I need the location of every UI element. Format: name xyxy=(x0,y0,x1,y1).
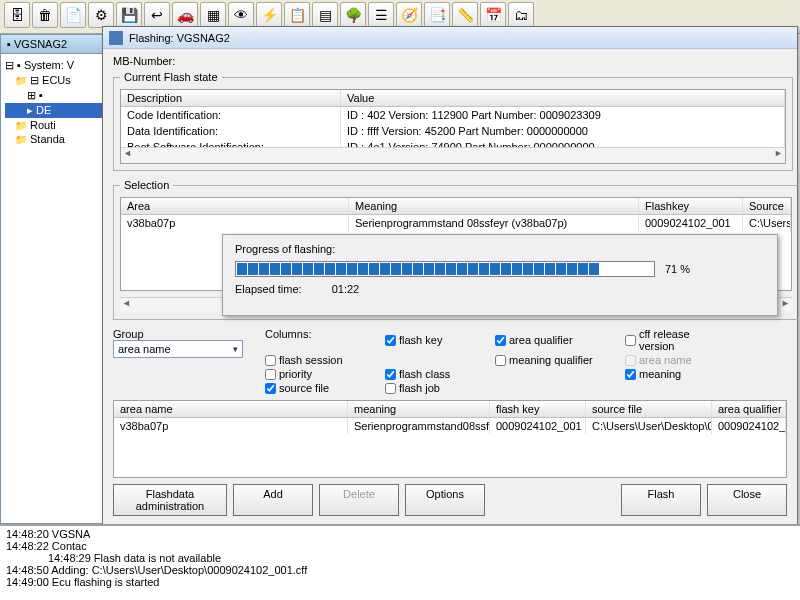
tree-item[interactable]: Routi xyxy=(5,118,103,132)
check-area-name: area name xyxy=(625,354,725,366)
col-header[interactable]: Source xyxy=(743,198,791,214)
check-meaning-qualifier[interactable]: meaning qualifier xyxy=(495,354,615,366)
check-priority[interactable]: priority xyxy=(265,368,375,380)
col-header[interactable]: Meaning xyxy=(349,198,639,214)
col-header[interactable]: area qualifier xyxy=(712,401,786,417)
progress-bar xyxy=(235,261,655,277)
table-row[interactable]: Code Identification:ID : 402 Version: 11… xyxy=(121,107,785,123)
toolbar-button[interactable]: ⚙ xyxy=(88,2,114,28)
dialog-title: Flashing: VGSNAG2 xyxy=(129,32,230,44)
log-line: 14:48:29 Flash data is not available xyxy=(6,552,794,564)
log-line: 14:49:00 Ecu flashing is started xyxy=(6,576,794,588)
col-header[interactable]: meaning xyxy=(348,401,490,417)
group-label: Group xyxy=(113,328,253,340)
toolbar-button[interactable]: 🚗 xyxy=(172,2,198,28)
toolbar-button[interactable]: 📑 xyxy=(424,2,450,28)
check-source-file[interactable]: source file xyxy=(265,382,375,394)
col-header[interactable]: Value xyxy=(341,90,785,106)
progress-label: Progress of flashing: xyxy=(235,243,765,255)
table-row[interactable]: v38ba07p Serienprogrammstand08ssfe... 00… xyxy=(114,418,786,434)
check-flash-session[interactable]: flash session xyxy=(265,354,375,366)
dialog-titlebar[interactable]: Flashing: VGSNAG2 xyxy=(103,27,797,49)
tree-item-selected[interactable]: ▸ DE xyxy=(5,103,103,118)
toolbar-button[interactable]: 🗂 xyxy=(508,2,534,28)
check-area-qualifier[interactable]: area qualifier xyxy=(495,328,615,352)
options-button[interactable]: Options xyxy=(405,484,485,516)
log-panel[interactable]: 14:48:20 VGSNA 14:48:22 Contac 14:48:29 … xyxy=(0,524,800,600)
elapsed-value: 01:22 xyxy=(332,283,360,295)
log-line: 14:48:20 VGSNA xyxy=(6,528,794,540)
tab-label: VGSNAG2 xyxy=(14,38,67,50)
button-row: Flashdata administration Add Delete Opti… xyxy=(113,484,787,516)
flashdata-admin-button[interactable]: Flashdata administration xyxy=(113,484,227,516)
tree-item[interactable]: ⊞ ▪ xyxy=(5,88,103,103)
check-flash-job[interactable]: flash job xyxy=(385,382,485,394)
toolbar-button[interactable]: 🌳 xyxy=(340,2,366,28)
col-header[interactable]: source file xyxy=(586,401,712,417)
check-flash-key[interactable]: flash key xyxy=(385,328,485,352)
columns-label: Columns: xyxy=(265,328,375,352)
col-header[interactable]: area name xyxy=(114,401,348,417)
flash-state-legend: Current Flash state xyxy=(120,71,222,83)
progress-dialog: Progress of flashing: 71 % Elapsed time:… xyxy=(222,234,778,316)
col-header[interactable]: flash key xyxy=(490,401,586,417)
toolbar-button[interactable]: ☰ xyxy=(368,2,394,28)
toolbar-button[interactable]: 🗑 xyxy=(32,2,58,28)
toolbar-button[interactable]: ▤ xyxy=(312,2,338,28)
toolbar-button[interactable]: 🗄 xyxy=(4,2,30,28)
log-line: 14:48:50 Adding: C:\Users\User\Desktop\0… xyxy=(6,564,794,576)
delete-button: Delete xyxy=(319,484,399,516)
toolbar-button[interactable]: ↩ xyxy=(144,2,170,28)
check-cff-release[interactable]: cff release version xyxy=(625,328,725,352)
table-row[interactable]: v38ba07p Serienprogrammstand 08ssfeyr (v… xyxy=(121,215,791,231)
toolbar-button[interactable]: ▦ xyxy=(200,2,226,28)
add-button[interactable]: Add xyxy=(233,484,313,516)
mb-number-label: MB-Number: xyxy=(113,55,175,67)
toolbar-button[interactable]: 📏 xyxy=(452,2,478,28)
tab-icon: ▪ xyxy=(7,38,11,50)
left-panel: ▪VGSNAG2 ⊟ ▪ System: V ⊟ ECUs ⊞ ▪ ▸ DE R… xyxy=(0,34,108,524)
toolbar-button[interactable]: 👁 xyxy=(228,2,254,28)
nav-tree[interactable]: ⊟ ▪ System: V ⊟ ECUs ⊞ ▪ ▸ DE Routi Stan… xyxy=(1,54,107,150)
tree-item[interactable]: ⊟ ECUs xyxy=(5,73,103,88)
progress-percent: 71 % xyxy=(665,263,690,275)
toolbar-button[interactable]: 🧭 xyxy=(396,2,422,28)
check-meaning[interactable]: meaning xyxy=(625,368,725,380)
flash-state-group: Current Flash state Description Value Co… xyxy=(113,71,793,171)
check-flash-class[interactable]: flash class xyxy=(385,368,485,380)
table-row[interactable]: Boot Software Identification:ID : 4e1 Ve… xyxy=(121,139,785,147)
selection-legend: Selection xyxy=(120,179,173,191)
close-button[interactable]: Close xyxy=(707,484,787,516)
log-line: 14:48:22 Contac xyxy=(6,540,794,552)
tree-item[interactable]: Standa xyxy=(5,132,103,146)
flashdata-grid[interactable]: area name meaning flash key source file … xyxy=(113,400,787,478)
window-icon xyxy=(109,31,123,45)
toolbar-button[interactable]: 📄 xyxy=(60,2,86,28)
group-dropdown[interactable]: area name xyxy=(113,340,243,358)
toolbar-button[interactable]: 📋 xyxy=(284,2,310,28)
table-row[interactable]: Data Identification:ID : ffff Version: 4… xyxy=(121,123,785,139)
flash-button[interactable]: Flash xyxy=(621,484,701,516)
elapsed-label: Elapsed time: xyxy=(235,283,302,295)
tree-root[interactable]: ⊟ ▪ System: V xyxy=(5,58,103,73)
toolbar-button[interactable]: ⚡ xyxy=(256,2,282,28)
flash-state-grid[interactable]: Description Value Code Identification:ID… xyxy=(120,89,786,164)
horizontal-scrollbar[interactable] xyxy=(121,147,785,163)
panel-tab[interactable]: ▪VGSNAG2 xyxy=(1,35,107,54)
col-header[interactable]: Flashkey xyxy=(639,198,743,214)
col-header[interactable]: Area xyxy=(121,198,349,214)
toolbar-button[interactable]: 💾 xyxy=(116,2,142,28)
col-header[interactable]: Description xyxy=(121,90,341,106)
toolbar-button[interactable]: 📅 xyxy=(480,2,506,28)
